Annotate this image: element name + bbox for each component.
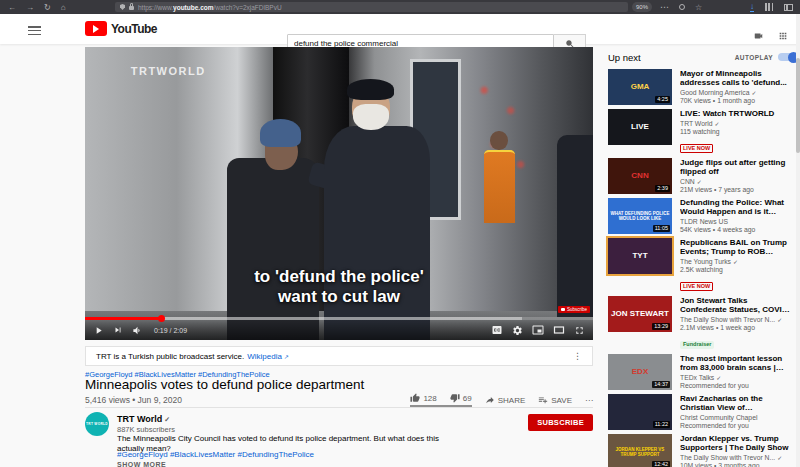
apps-grid-icon[interactable] [778,31,788,41]
duration-badge: 13:29 [652,323,670,330]
video-caption: to 'defund the police' want to cut law [85,267,593,306]
related-video-meta: 70K views • 1 month ago [680,97,794,105]
related-video-title: The most important lesson from 83,000 br… [680,354,794,372]
related-video-meta: 2.5K watching [680,266,794,274]
share-button[interactable]: SHARE [485,395,526,405]
zoom-level-badge[interactable]: 90% [632,2,652,12]
related-video-title: Judge flips out after getting flipped of… [680,158,794,176]
create-video-icon[interactable] [752,31,765,41]
page: ← → ↻ ⌂ https://www.youtube.com/watch?v=… [0,0,800,467]
related-video-item[interactable]: CNN 2:39 Judge flips out after getting f… [608,158,798,194]
lock-icon[interactable] [129,6,134,10]
info-text: TRT is a Turkish public broadcast servic… [96,352,244,361]
related-video-item[interactable]: WHAT DEFUNDING POLICE WOULD LOOK LIKE 11… [608,198,798,234]
subscribe-watermark[interactable]: Subscribe [558,306,590,313]
dislike-button[interactable]: 69 [450,393,472,403]
duration-badge: 11:22 [653,421,670,428]
forward-icon[interactable]: → [26,3,34,12]
related-videos-list: GMA 4:25 Mayor of Minneapolis addresses … [608,69,798,467]
duration-badge: 11:05 [653,225,670,232]
related-video-title: Jon Stewart Talks Confederate Statues, C… [680,296,794,314]
video-thumbnail[interactable]: JON STEWART 13:29 [608,296,672,332]
duration-badge: 2:39 [655,185,670,192]
reload-icon[interactable]: ↻ [44,3,51,12]
verified-badge-icon: ✓ [777,455,782,461]
subtitles-icon[interactable] [491,324,503,336]
wikipedia-link[interactable]: Wikipedia [247,352,282,361]
related-video-item[interactable]: JORDAN KLEPPER VS TRUMP SUPPORT 12:42 Jo… [608,434,798,467]
related-video-channel: Christ Community Chapel [680,414,794,422]
related-video-item[interactable]: GMA 4:25 Mayor of Minneapolis addresses … [608,69,798,105]
related-video-item[interactable]: EDX 14:37 The most important lesson from… [608,354,798,390]
related-video-meta: Recommended for you [680,382,794,390]
related-video-item[interactable]: 11:22 Ravi Zacharias on the Christian Vi… [608,394,798,430]
related-video-title: Republicans BAIL on Trump Events; Trump … [680,238,794,256]
channel-name[interactable]: TRT World✓ [117,414,170,424]
status-badge: Fundraiser [680,341,714,349]
theater-mode-icon[interactable] [553,324,565,336]
description-hashtags[interactable]: #GeorgeFloyd #BlackLivesMatter #Defundin… [117,450,314,459]
related-video-title: Jordan Klepper vs. Trump Supporters | Th… [680,434,794,452]
next-icon[interactable] [113,325,123,335]
downloads-icon[interactable]: ↓ [750,3,754,12]
back-icon[interactable]: ← [8,3,16,12]
related-video-meta: 10M views • 3 months ago [680,462,794,467]
video-thumbnail[interactable]: EDX 14:37 [608,354,672,390]
video-thumbnail[interactable]: TYT [608,238,672,274]
related-video-title: Defunding the Police: What Would Happen … [680,198,794,216]
related-video-item[interactable]: TYT Republicans BAIL on Trump Events; Tr… [608,238,798,292]
related-video-meta: Recommended for you [680,422,794,430]
menu-icon[interactable] [28,26,41,35]
video-player[interactable]: TRTWORLD to 'defund the police' want to … [85,47,593,340]
thumbs-down-icon [450,393,460,403]
video-thumbnail[interactable]: LIVE [608,109,672,145]
status-badge: LIVE NOW [680,144,713,153]
scrollbar[interactable] [796,14,800,467]
pocket-icon[interactable] [679,4,685,10]
related-video-item[interactable]: LIVE LIVE: Watch TRTWORLD TRT World✓ 115… [608,109,798,154]
browser-toolbar: ← → ↻ ⌂ https://www.youtube.com/watch?v=… [0,0,800,14]
sidebar-toggle-icon[interactable] [784,4,793,11]
verified-badge-icon: ✓ [733,259,738,265]
tracking-protection-icon[interactable] [120,4,125,10]
verified-badge-icon: ✓ [714,121,719,127]
thumbnail-label: LIVE [608,109,672,145]
video-thumbnail[interactable]: WHAT DEFUNDING POLICE WOULD LOOK LIKE 11… [608,198,672,234]
home-icon[interactable]: ⌂ [61,3,66,12]
scrollbar-thumb[interactable] [796,58,800,153]
channel-avatar[interactable]: TRT WORLD [85,412,109,436]
video-thumbnail[interactable]: 11:22 [608,394,672,430]
video-thumbnail[interactable]: JORDAN KLEPPER VS TRUMP SUPPORT 12:42 [608,434,672,467]
verified-badge-icon: ✓ [752,90,757,96]
info-panel-menu-icon[interactable]: ⋮ [573,351,582,361]
more-actions-button[interactable]: ⋯ [585,396,593,405]
youtube-logo[interactable]: YouTube [85,21,157,36]
related-video-title: Ravi Zacharias on the Christian View of … [680,394,794,412]
play-icon[interactable] [93,325,104,336]
autoplay-toggle[interactable] [778,53,798,61]
settings-gear-icon[interactable] [512,325,523,336]
video-thumbnail[interactable]: GMA 4:25 [608,69,672,105]
address-bar[interactable]: https://www.youtube.com/watch?v=2xjaFDlB… [115,2,628,12]
fullscreen-icon[interactable] [574,325,585,336]
subscribe-button[interactable]: SUBSCRIBE [528,414,593,431]
page-actions-icon[interactable]: ⋯ [660,2,669,12]
related-video-channel: TRT World✓ [680,120,794,128]
related-video-channel: The Daily Show with Trevor N...✓ [680,316,794,324]
volume-icon[interactable] [132,325,143,336]
video-thumbnail[interactable]: CNN 2:39 [608,158,672,194]
verified-badge-icon: ✓ [777,317,782,323]
duration-badge: 4:25 [655,96,670,103]
library-icon[interactable] [765,3,773,11]
bookmark-star-icon[interactable]: ☆ [695,3,702,12]
related-video-item[interactable]: JON STEWART 13:29 Jon Stewart Talks Conf… [608,296,798,350]
related-video-channel: The Young Turks✓ [680,258,794,266]
view-count: 5,416 views • Jun 9, 2020 [85,395,182,405]
duration-badge: 14:37 [652,381,670,388]
video-title: Minneapolis votes to defund police depar… [85,377,364,392]
show-more-button[interactable]: SHOW MORE [117,461,166,467]
like-button[interactable]: 128 [410,393,436,403]
thumbs-up-icon [410,393,420,403]
save-button[interactable]: SAVE [538,395,572,405]
miniplayer-icon[interactable] [532,324,544,336]
